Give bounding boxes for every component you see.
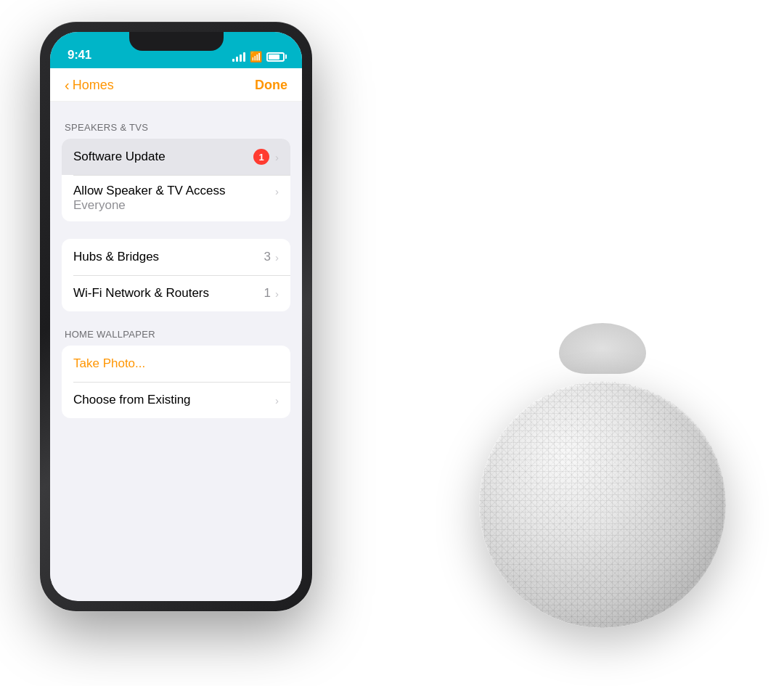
hubs-bridges-count: 3 (264, 250, 271, 264)
allow-speaker-row: Allow Speaker & TV Access › (73, 184, 279, 198)
software-update-item[interactable]: Software Update 1 › (62, 139, 290, 175)
software-update-label: Software Update (73, 150, 253, 164)
wifi-network-count: 1 (264, 286, 271, 301)
done-button[interactable]: Done (255, 78, 287, 93)
allow-speaker-label: Allow Speaker & TV Access (73, 184, 275, 198)
choose-existing-item[interactable]: Choose from Existing › (62, 382, 290, 418)
take-photo-item[interactable]: Take Photo... (62, 346, 290, 382)
homepod-body (479, 381, 726, 628)
take-photo-label: Take Photo... (73, 356, 279, 371)
choose-existing-chevron-icon: › (275, 394, 279, 407)
wifi-network-item[interactable]: Wi-Fi Network & Routers 1 › (62, 275, 290, 311)
network-group: Hubs & Bridges 3 › Wi-Fi Network & Route… (62, 239, 290, 311)
signal-bar-3 (240, 54, 242, 62)
battery-fill (269, 54, 279, 60)
signal-bar-2 (236, 57, 238, 62)
status-time: 9:41 (68, 48, 91, 62)
choose-existing-label: Choose from Existing (73, 393, 275, 407)
speakers-tvs-group: Software Update 1 › Allow Speaker & TV A… (62, 139, 290, 221)
wifi-network-label: Wi-Fi Network & Routers (73, 286, 264, 301)
allow-speaker-item[interactable]: Allow Speaker & TV Access › Everyone (62, 175, 290, 221)
home-wallpaper-group: Take Photo... Choose from Existing › (62, 346, 290, 418)
homepod-mini (465, 323, 740, 628)
back-button[interactable]: ‹ Homes (65, 77, 114, 94)
hubs-bridges-chevron-icon: › (275, 251, 279, 264)
signal-bars-icon (232, 52, 245, 62)
software-update-chevron-icon: › (275, 151, 279, 163)
spacer-2 (50, 317, 302, 329)
status-bar: 9:41 📶 (50, 32, 302, 68)
hubs-bridges-item[interactable]: Hubs & Bridges 3 › (62, 239, 290, 275)
spacer-1 (50, 227, 302, 239)
signal-bar-4 (243, 52, 245, 62)
back-chevron-icon: ‹ (65, 77, 70, 94)
wifi-icon: 📶 (250, 51, 262, 62)
homepod-top (559, 323, 646, 374)
back-label: Homes (73, 78, 114, 93)
allow-speaker-sub: Everyone (73, 198, 126, 213)
allow-speaker-chevron-icon: › (275, 185, 279, 197)
iphone-screen: 9:41 📶 ‹ Ho (50, 32, 302, 601)
home-wallpaper-header: HOME WALLPAPER (50, 329, 302, 346)
iphone-frame: 9:41 📶 ‹ Ho (40, 22, 312, 611)
notch (129, 32, 224, 51)
hubs-bridges-label: Hubs & Bridges (73, 250, 264, 264)
battery-icon (266, 52, 285, 62)
scene: 9:41 📶 ‹ Ho (0, 0, 784, 686)
signal-bar-1 (232, 59, 234, 62)
speakers-tvs-header: SPEAKERS & TVS (50, 122, 302, 139)
status-icons: 📶 (232, 51, 285, 62)
nav-header: ‹ Homes Done (50, 68, 302, 102)
wifi-network-chevron-icon: › (275, 287, 279, 300)
software-update-badge: 1 (253, 149, 269, 165)
scroll-content: SPEAKERS & TVS Software Update 1 › Allow… (50, 102, 302, 598)
